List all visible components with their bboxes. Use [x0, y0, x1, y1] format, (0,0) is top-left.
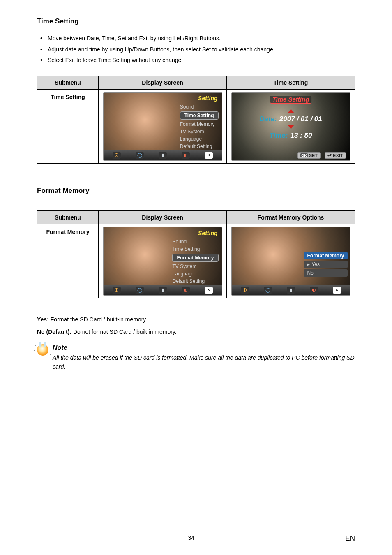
- menu-list: Sound Time Setting Format Memory TV Syst…: [180, 104, 219, 149]
- voice-mode-icon: ▮: [287, 287, 295, 294]
- date-label: Date:: [259, 115, 277, 123]
- menu-title: Setting: [198, 230, 217, 236]
- menu-item-tv-system: TV System: [172, 264, 218, 269]
- time-setting-screen-cell: Time Setting Date:2007 / 01 / 01 Time:13…: [227, 89, 355, 163]
- mode-icon-bar: ⦿ ◯ ▮ ◐ ✕: [232, 285, 350, 295]
- date-value: 2007 / 01 / 01: [279, 115, 322, 123]
- format-memory-submenu: Format Memory Yes No: [304, 252, 347, 277]
- note-body: All the data will be erased if the SD ca…: [53, 353, 355, 372]
- arrow-down-icon: [288, 125, 294, 129]
- col-header: Submenu: [37, 76, 99, 89]
- menu-item-sound: Sound: [172, 239, 218, 245]
- format-memory-title: Format Memory: [304, 252, 347, 259]
- setting-menu-screenshot: Setting Sound Time Setting Format Memory…: [103, 227, 222, 296]
- menu-item-time-setting: Time Setting: [180, 111, 219, 120]
- menu-item-language: Language: [180, 136, 219, 142]
- exit-button: ⮐EXIT: [325, 152, 346, 159]
- video-mode-icon: ⦿: [241, 287, 249, 294]
- format-option-no: No: [304, 269, 347, 277]
- video-mode-icon: ⦿: [113, 287, 121, 294]
- menu-item-default-setting: Default Setting: [180, 143, 219, 149]
- col-header: Format Memory Options: [227, 210, 355, 224]
- bullet-item: Select Exit to leave Time Setting withou…: [45, 55, 355, 66]
- set-button: OKSET: [297, 152, 321, 159]
- setting-mode-icon: ✕: [333, 287, 341, 294]
- arrow-up-icon: [288, 109, 294, 113]
- menu-item-default-setting: Default Setting: [172, 278, 218, 284]
- time-setting-heading: Time Setting: [37, 17, 355, 25]
- format-option-yes: Yes: [304, 261, 347, 268]
- menu-title: Setting: [198, 95, 217, 102]
- col-header: Display Screen: [99, 76, 227, 89]
- row-label: Format Memory: [37, 224, 99, 298]
- yes-description: Yes: Format the SD Card / built-in memor…: [37, 315, 355, 324]
- time-line: Time:13 : 50: [232, 132, 350, 140]
- effect-mode-icon: ◐: [182, 287, 190, 294]
- setting-menu-screenshot: Setting Sound Time Setting Format Memory…: [103, 92, 222, 161]
- page-footer: 34 EN: [37, 534, 355, 543]
- page-number: 34: [188, 534, 194, 543]
- setting-mode-icon: ✕: [205, 152, 213, 159]
- video-mode-icon: ⦿: [113, 152, 121, 159]
- mode-icon-bar: ⦿ ◯ ▮ ◐ ✕: [104, 150, 222, 160]
- menu-item-format-memory: Format Memory: [172, 254, 218, 262]
- format-memory-heading: Format Memory: [37, 187, 355, 195]
- format-memory-table: Submenu Display Screen Format Memory Opt…: [37, 210, 355, 298]
- menu-item-tv-system: TV System: [180, 129, 219, 134]
- row-label: Time Setting: [37, 89, 99, 163]
- display-screen-cell: Setting Sound Time Setting Format Memory…: [99, 224, 227, 298]
- time-setting-bullet-list: Move between Date, Time, Set and Exit by…: [37, 33, 355, 66]
- mode-icon-bar: ⦿ ◯ ▮ ◐ ✕: [104, 285, 222, 295]
- time-value: 13 : 50: [291, 132, 312, 139]
- menu-list: Sound Time Setting Format Memory TV Syst…: [172, 239, 218, 284]
- photo-mode-icon: ◯: [136, 287, 144, 294]
- format-options-cell: Format Memory Yes No ⦿ ◯ ▮ ◐ ✕: [227, 224, 355, 298]
- format-memory-screenshot: Format Memory Yes No ⦿ ◯ ▮ ◐ ✕: [231, 227, 350, 296]
- effect-mode-icon: ◐: [310, 287, 318, 294]
- setting-mode-icon: ✕: [205, 287, 213, 294]
- time-setting-title: Time Setting: [270, 96, 312, 104]
- voice-mode-icon: ▮: [159, 287, 167, 294]
- bullet-item: Move between Date, Time, Set and Exit by…: [45, 33, 355, 44]
- date-line: Date:2007 / 01 / 01: [232, 115, 350, 123]
- display-screen-cell: Setting Sound Time Setting Format Memory…: [99, 89, 227, 163]
- menu-item-time-setting: Time Setting: [172, 246, 218, 252]
- col-header: Submenu: [37, 210, 99, 224]
- time-setting-table: Submenu Display Screen Time Setting Time…: [37, 76, 355, 164]
- photo-mode-icon: ◯: [264, 287, 272, 294]
- time-setting-buttons: OKSET ⮐EXIT: [297, 152, 346, 159]
- no-description: No (Default): Do not format SD Card / bu…: [37, 327, 355, 336]
- note-icon: [37, 344, 48, 356]
- menu-item-language: Language: [172, 271, 218, 277]
- bullet-item: Adjust date and time by using Up/Down Bu…: [45, 44, 355, 55]
- voice-mode-icon: ▮: [159, 152, 167, 159]
- time-label: Time:: [270, 132, 288, 139]
- menu-item-format-memory: Format Memory: [180, 121, 219, 127]
- note-heading: Note: [53, 344, 355, 352]
- note-block: Note All the data will be erased if the …: [37, 344, 355, 372]
- language-code: EN: [345, 534, 355, 543]
- col-header: Time Setting: [227, 76, 355, 89]
- menu-item-sound: Sound: [180, 104, 219, 110]
- effect-mode-icon: ◐: [182, 152, 190, 159]
- photo-mode-icon: ◯: [136, 152, 144, 159]
- col-header: Display Screen: [99, 210, 227, 224]
- time-setting-screenshot: Time Setting Date:2007 / 01 / 01 Time:13…: [231, 92, 350, 161]
